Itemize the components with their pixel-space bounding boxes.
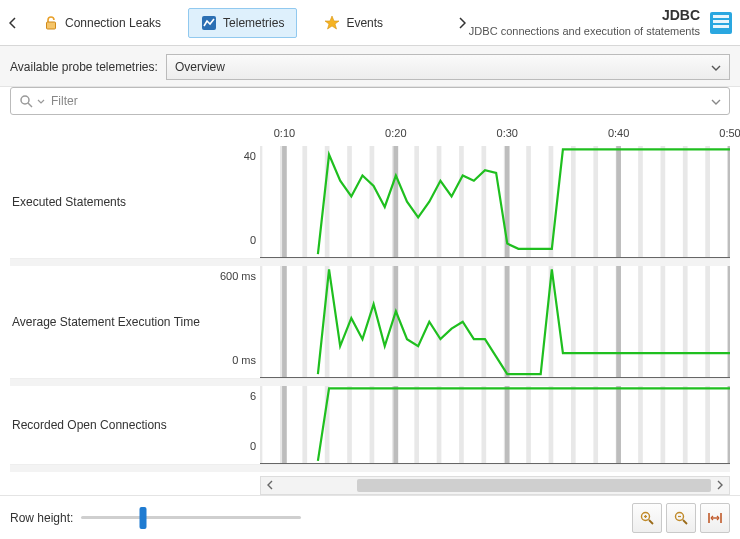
- svg-line-95: [683, 520, 687, 524]
- chart-label: Average Statement Execution Time: [12, 315, 200, 329]
- svg-line-92: [649, 520, 653, 524]
- nav-back-button[interactable]: [6, 13, 20, 33]
- telemetry-icon: [201, 15, 217, 31]
- telemetry-dropdown-value: Overview: [175, 60, 225, 74]
- y-max-label: 6: [200, 390, 256, 402]
- svg-rect-3: [713, 15, 729, 18]
- chevron-down-icon: [711, 60, 721, 74]
- row-separator: [10, 258, 730, 266]
- zoom-out-button[interactable]: [666, 503, 696, 533]
- bottom-toolbar: Row height:: [0, 495, 740, 539]
- nav-forward-button[interactable]: [455, 13, 469, 33]
- chart-open-connections: Recorded Open Connections 6 0: [10, 386, 730, 464]
- y-min-label: 0: [200, 234, 256, 246]
- search-icon: [19, 94, 33, 108]
- time-tick-label: 0:30: [497, 127, 518, 139]
- tab-events[interactable]: Events: [311, 8, 396, 38]
- chart-plot[interactable]: [260, 386, 730, 464]
- time-tick-label: 0:50: [719, 127, 740, 139]
- probe-title: JDBC: [469, 6, 700, 24]
- chart-avg-exec-time: Average Statement Execution Time 600 ms …: [10, 266, 730, 378]
- filter-input[interactable]: Filter: [10, 87, 730, 115]
- svg-rect-0: [47, 22, 56, 29]
- filter-options-chevron-icon[interactable]: [37, 94, 45, 108]
- lock-open-icon: [43, 15, 59, 31]
- y-min-label: 0 ms: [200, 354, 256, 366]
- jdbc-icon: [708, 10, 734, 36]
- view-tabs: Connection Leaks Telemetries Events: [30, 8, 396, 38]
- row-separator: [10, 378, 730, 386]
- row-height-label: Row height:: [10, 511, 73, 525]
- chart-label: Executed Statements: [12, 195, 126, 209]
- row-separator: [10, 464, 730, 472]
- svg-rect-5: [713, 25, 729, 28]
- scroll-track[interactable]: [279, 477, 711, 494]
- scroll-thumb[interactable]: [357, 479, 711, 492]
- chevron-down-icon: [711, 94, 721, 108]
- chart-label: Recorded Open Connections: [12, 418, 167, 432]
- svg-line-7: [28, 103, 32, 107]
- chart-plot[interactable]: [260, 146, 730, 258]
- y-min-label: 0: [200, 440, 256, 452]
- chart-plot[interactable]: [260, 266, 730, 378]
- scroll-right-button[interactable]: [711, 477, 729, 494]
- time-axis: 0:100:200:300:400:50: [260, 125, 730, 146]
- tab-label: Events: [346, 16, 383, 30]
- probe-subtitle: JDBC connections and execution of statem…: [469, 24, 700, 38]
- time-tick-label: 0:10: [274, 127, 295, 139]
- telemetry-select-row: Available probe telemetries: Overview: [0, 46, 740, 87]
- zoom-in-button[interactable]: [632, 503, 662, 533]
- telemetry-select-label: Available probe telemetries:: [10, 60, 158, 74]
- row-height-slider[interactable]: [81, 506, 301, 530]
- y-max-label: 40: [200, 150, 256, 162]
- telemetry-dropdown[interactable]: Overview: [166, 54, 730, 80]
- tab-connection-leaks[interactable]: Connection Leaks: [30, 8, 174, 38]
- filter-row: Filter: [0, 87, 740, 125]
- tab-telemetries[interactable]: Telemetries: [188, 8, 297, 38]
- probe-title-block: JDBC JDBC connections and execution of s…: [469, 6, 700, 38]
- svg-rect-4: [713, 20, 729, 23]
- filter-placeholder: Filter: [51, 94, 78, 108]
- scroll-left-button[interactable]: [261, 477, 279, 494]
- charts-area: 0:100:200:300:400:50 Executed Statements…: [0, 125, 740, 495]
- time-tick-label: 0:40: [608, 127, 629, 139]
- star-icon: [324, 15, 340, 31]
- chart-executed-statements: Executed Statements 40 0: [10, 146, 730, 258]
- top-toolbar: Connection Leaks Telemetries Events JDBC…: [0, 0, 740, 46]
- horizontal-scrollbar[interactable]: [260, 476, 730, 495]
- time-tick-label: 0:20: [385, 127, 406, 139]
- tab-label: Connection Leaks: [65, 16, 161, 30]
- slider-thumb[interactable]: [139, 507, 146, 529]
- y-max-label: 600 ms: [200, 270, 256, 282]
- fit-width-button[interactable]: [700, 503, 730, 533]
- svg-point-6: [21, 96, 29, 104]
- tab-label: Telemetries: [223, 16, 284, 30]
